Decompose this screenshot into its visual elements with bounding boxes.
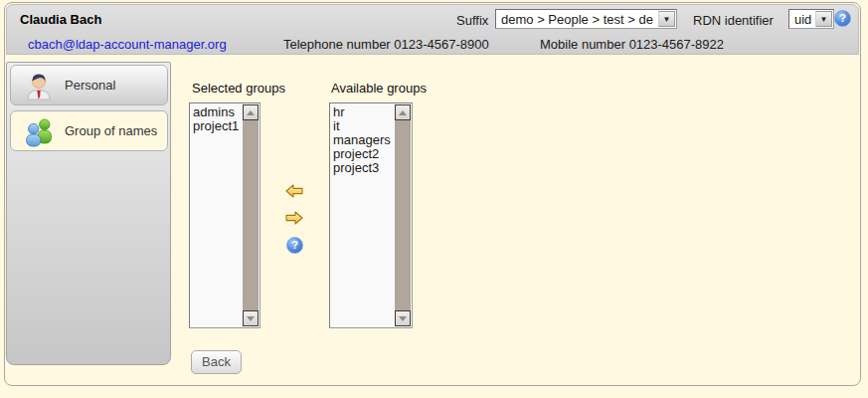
scrollbar-up-icon[interactable] — [395, 104, 411, 120]
tab-personal[interactable]: Personal — [10, 65, 168, 105]
scrollbar-track[interactable] — [395, 104, 411, 326]
mobile-value: 0123-4567-8922 — [629, 37, 724, 52]
mobile-number: Mobile number 0123-4567-8922 — [540, 37, 724, 52]
back-button[interactable]: Back — [191, 350, 242, 374]
suffix-select-value: demo > People > test > de — [501, 12, 656, 27]
email-link[interactable]: cbach@ldap-account-manager.org — [28, 37, 227, 52]
list-item[interactable]: project3 — [333, 161, 394, 175]
tab-group-of-names-label: Group of names — [65, 123, 157, 138]
rdn-identifier-select[interactable]: uid ▼ — [788, 9, 834, 29]
suffix-label: Suffix — [456, 13, 488, 28]
list-item[interactable]: admins — [193, 105, 242, 119]
list-item[interactable]: hr — [333, 105, 394, 119]
chevron-down-icon[interactable]: ▼ — [658, 11, 675, 27]
person-icon — [23, 70, 55, 101]
mobile-label: Mobile number — [540, 37, 625, 52]
scrollbar-down-icon[interactable] — [243, 310, 259, 326]
list-item[interactable]: managers — [333, 133, 394, 147]
rdn-identifier-label: RDN identifier — [693, 13, 774, 28]
group-icon — [23, 115, 55, 147]
rdn-select-value: uid — [794, 12, 813, 27]
chevron-down-icon[interactable]: ▼ — [815, 11, 832, 27]
help-icon[interactable]: ? — [834, 10, 851, 27]
user-name: Claudia Bach — [20, 12, 101, 27]
help-icon[interactable]: ? — [286, 237, 303, 254]
tab-personal-label: Personal — [65, 78, 115, 93]
available-groups-listbox[interactable]: hr it managers project2 project3 — [329, 102, 413, 328]
list-item[interactable]: project1 — [193, 119, 242, 133]
telephone-label: Telephone number — [283, 37, 391, 52]
sidebar: Personal Group of names — [6, 62, 171, 365]
selected-groups-listbox[interactable]: admins project1 — [189, 102, 260, 328]
move-right-icon[interactable] — [285, 211, 303, 228]
list-item[interactable]: project2 — [333, 147, 394, 161]
available-groups-label: Available groups — [331, 81, 427, 96]
suffix-select[interactable]: demo > People > test > de ▼ — [495, 9, 677, 29]
telephone-number: Telephone number 0123-4567-8900 — [283, 37, 489, 52]
scrollbar-down-icon[interactable] — [395, 310, 411, 326]
tab-group-of-names[interactable]: Group of names — [10, 110, 168, 151]
selected-groups-label: Selected groups — [192, 81, 285, 96]
move-left-icon[interactable] — [285, 184, 303, 201]
list-item[interactable]: it — [333, 119, 394, 133]
scrollbar-up-icon[interactable] — [243, 104, 259, 120]
telephone-value: 0123-4567-8900 — [394, 37, 488, 52]
scrollbar-track[interactable] — [243, 104, 259, 326]
